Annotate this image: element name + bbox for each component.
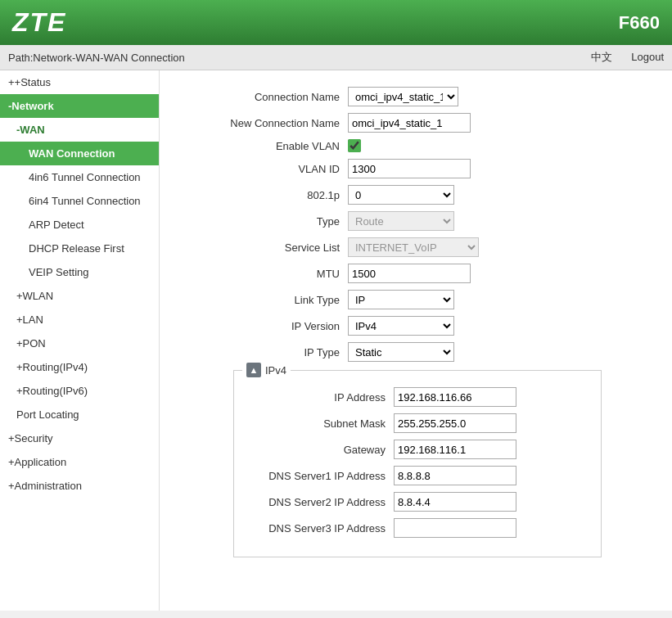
link-type-label: Link Type: [184, 294, 348, 306]
dns2-row: DNS Server2 IP Address: [246, 492, 589, 512]
language-switch[interactable]: 中文: [591, 51, 612, 63]
dns1-row: DNS Server1 IP Address: [246, 466, 589, 485]
dns3-label: DNS Server3 IP Address: [246, 522, 394, 535]
ip-version-row: IP Version IPv4: [184, 316, 647, 336]
logo: ZTE: [12, 7, 66, 38]
content-area: Connection Name omci_ipv4_static_1 New C…: [160, 70, 672, 611]
mtu-row: MTU: [184, 264, 647, 283]
sidebar-item-network[interactable]: -Network: [0, 94, 159, 118]
new-connection-name-row: New Connection Name: [184, 113, 647, 133]
sidebar-item-application[interactable]: +Application: [0, 450, 159, 474]
plus-icon: +: [8, 76, 15, 88]
connection-name-label: Connection Name: [184, 91, 348, 103]
sidebar-item-6in4[interactable]: 6in4 Tunnel Connection: [0, 189, 159, 213]
sidebar: ++Status -Network -WAN WAN Connection 4i…: [0, 70, 160, 611]
sidebar-item-arp-detect[interactable]: ARP Detect: [0, 213, 159, 237]
sidebar-item-administration[interactable]: +Administration: [0, 474, 159, 498]
connection-name-select[interactable]: omci_ipv4_static_1: [348, 87, 458, 106]
new-connection-name-label: New Connection Name: [184, 117, 348, 129]
ip-address-input[interactable]: [394, 387, 516, 407]
ip-type-select[interactable]: Static: [348, 342, 454, 362]
mtu-input[interactable]: [348, 264, 471, 283]
model-name: F660: [619, 12, 660, 34]
sidebar-item-routing-ipv6[interactable]: +Routing(IPv6): [0, 379, 159, 403]
sidebar-item-wan[interactable]: -WAN: [0, 118, 159, 142]
sidebar-item-port-locating[interactable]: Port Locating: [0, 403, 159, 426]
gateway-row: Gateway: [246, 440, 589, 459]
ip-address-row: IP Address: [246, 387, 589, 407]
vlan-id-input[interactable]: [348, 159, 471, 178]
ip-version-select[interactable]: IPv4: [348, 316, 454, 336]
enable-vlan-row: Enable VLAN: [184, 139, 647, 152]
sidebar-item-wlan[interactable]: +WLAN: [0, 284, 159, 308]
main-container: ++Status -Network -WAN WAN Connection 4i…: [0, 70, 672, 611]
sidebar-item-security[interactable]: +Security: [0, 426, 159, 450]
service-list-label: Service List: [184, 241, 348, 254]
service-list-row: Service List INTERNET_VoIP: [184, 237, 647, 257]
sidebar-item-wan-connection[interactable]: WAN Connection: [0, 142, 159, 165]
path-bar: Path:Network-WAN-WAN Connection 中文 Logou…: [0, 45, 672, 70]
gateway-label: Gateway: [246, 444, 394, 456]
dot8021p-row: 802.1p 0: [184, 185, 647, 205]
sidebar-item-lan[interactable]: +LAN: [0, 308, 159, 332]
enable-vlan-checkbox[interactable]: [348, 139, 361, 152]
type-label: Type: [184, 215, 348, 228]
sidebar-item-pon[interactable]: +PON: [0, 332, 159, 355]
subnet-mask-label: Subnet Mask: [246, 417, 394, 430]
ip-type-row: IP Type Static: [184, 342, 647, 362]
dns3-row: DNS Server3 IP Address: [246, 518, 589, 538]
dot8021p-select[interactable]: 0: [348, 185, 454, 205]
link-type-select[interactable]: IP: [348, 290, 454, 309]
connection-name-row: Connection Name omci_ipv4_static_1: [184, 87, 647, 106]
gateway-input[interactable]: [394, 440, 516, 459]
mtu-label: MTU: [184, 268, 348, 280]
header: ZTE F660: [0, 0, 672, 45]
ip-type-label: IP Type: [184, 346, 348, 359]
vlan-id-label: VLAN ID: [184, 163, 348, 175]
breadcrumb: Path:Network-WAN-WAN Connection: [8, 52, 185, 64]
dns3-input[interactable]: [394, 518, 516, 538]
service-list-select[interactable]: INTERNET_VoIP: [348, 237, 479, 257]
ipv4-section: ▲ IPv4 IP Address Subnet Mask Gateway: [233, 370, 602, 557]
dns2-input[interactable]: [394, 492, 516, 512]
sidebar-item-status[interactable]: ++Status: [0, 70, 159, 94]
vlan-id-row: VLAN ID: [184, 159, 647, 178]
type-select[interactable]: Route: [348, 211, 454, 231]
ipv4-section-label: ▲ IPv4: [242, 363, 291, 377]
sidebar-item-4in6[interactable]: 4in6 Tunnel Connection: [0, 165, 159, 189]
dns1-input[interactable]: [394, 466, 516, 485]
ip-version-label: IP Version: [184, 320, 348, 332]
link-type-row: Link Type IP: [184, 290, 647, 309]
sidebar-item-routing-ipv4[interactable]: +Routing(IPv4): [0, 355, 159, 379]
dns1-label: DNS Server1 IP Address: [246, 470, 394, 482]
dns2-label: DNS Server2 IP Address: [246, 496, 394, 508]
type-row: Type Route: [184, 211, 647, 231]
logout-link[interactable]: Logout: [631, 51, 664, 63]
subnet-mask-row: Subnet Mask: [246, 413, 589, 433]
sidebar-item-veip[interactable]: VEIP Setting: [0, 260, 159, 284]
sidebar-item-dhcp-release[interactable]: DHCP Release First: [0, 237, 159, 260]
ip-address-label: IP Address: [246, 391, 394, 404]
ipv4-collapse-button[interactable]: ▲: [246, 363, 261, 377]
enable-vlan-label: Enable VLAN: [184, 140, 348, 152]
subnet-mask-input[interactable]: [394, 413, 516, 433]
dot8021p-label: 802.1p: [184, 189, 348, 201]
new-connection-name-input[interactable]: [348, 113, 471, 133]
